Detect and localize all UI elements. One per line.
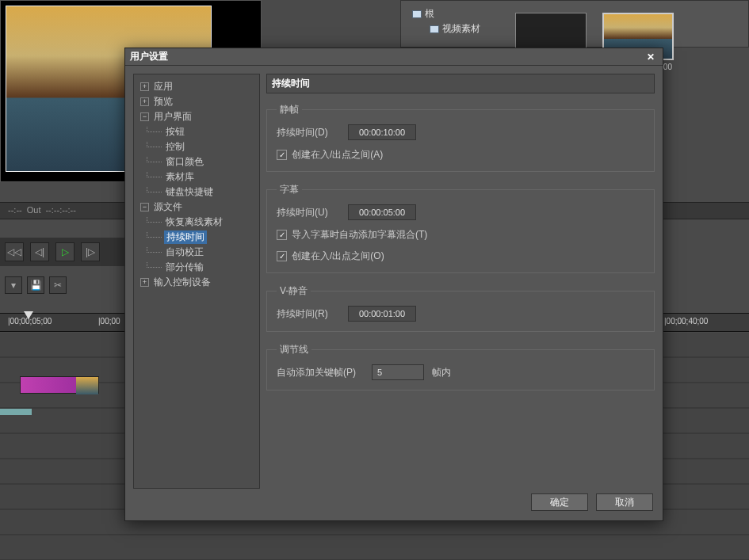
checkbox-icon: ✓ xyxy=(277,251,287,261)
tree-item-restore-offline[interactable]: 恢复离线素材 xyxy=(137,215,256,230)
group-curve-legend: 调节线 xyxy=(277,343,311,356)
expand-icon[interactable]: + xyxy=(140,97,149,106)
tree-item-bin[interactable]: 素材库 xyxy=(137,170,256,185)
dialog-titlebar[interactable]: 用户设置 ✕ xyxy=(125,48,663,66)
curve-autokey-label: 自动添加关键帧(P) xyxy=(277,366,372,379)
bin-root-label: 根 xyxy=(425,8,434,19)
tree-item-ui[interactable]: −用户界面 xyxy=(137,109,256,124)
content-header: 持续时间 xyxy=(266,74,655,93)
group-curve: 调节线 自动添加关键帧(P) 帧内 xyxy=(266,343,655,390)
still-inout-checkbox[interactable]: ✓ 创建在入/出点之间(A) xyxy=(277,148,383,162)
video-clip[interactable] xyxy=(20,376,99,394)
checkbox-icon: ✓ xyxy=(277,150,287,160)
tree-item-preview[interactable]: +预览 xyxy=(137,94,256,109)
still-duration-label: 持续时间(D) xyxy=(277,126,348,139)
ruler-tick: |00;00;40;00 xyxy=(664,317,708,326)
tree-item-duration[interactable]: 持续时间 xyxy=(137,230,256,245)
tree-item-shortcuts[interactable]: 键盘快捷键 xyxy=(137,185,256,200)
group-subtitle-legend: 字幕 xyxy=(277,183,302,196)
dialog-title: 用户设置 xyxy=(130,50,168,63)
group-vmute: V-静音 持续时间(R) xyxy=(266,284,655,332)
rewind-button[interactable]: ◁◁ xyxy=(5,242,24,261)
subtitle-inout-checkbox[interactable]: ✓ 创建在入/出点之间(O) xyxy=(277,250,384,263)
dialog-footer: 确定 取消 xyxy=(125,493,663,520)
clip-thumb xyxy=(76,377,98,394)
cut-button[interactable]: ✂ xyxy=(49,276,67,294)
expand-icon[interactable]: + xyxy=(140,82,149,91)
toolbar: ▾ 💾 ✂ xyxy=(0,273,135,297)
folder-icon xyxy=(412,10,422,18)
vmute-duration-label: 持续时间(R) xyxy=(277,307,348,321)
curve-autokey-input[interactable] xyxy=(372,364,424,380)
folder-icon xyxy=(430,25,439,33)
settings-tree[interactable]: +应用 +预览 −用户界面 按钮 控制 窗口颜色 素材库 键盘快捷键 −源文件 … xyxy=(133,74,260,489)
collapse-icon[interactable]: − xyxy=(140,112,149,121)
close-icon[interactable]: ✕ xyxy=(644,51,658,63)
tree-item-button[interactable]: 按钮 xyxy=(137,124,256,139)
checkbox-icon: ✓ xyxy=(277,230,287,240)
out-tc: --:--:--:-- xyxy=(45,205,75,215)
vmute-duration-input[interactable] xyxy=(348,306,416,322)
still-duration-input[interactable] xyxy=(348,124,416,140)
group-still: 静帧 持续时间(D) ✓ 创建在入/出点之间(A) xyxy=(266,103,655,172)
group-subtitle: 字幕 持续时间(U) ✓ 导入字幕时自动添加字幕混合(T) ✓ 创建在入/出点之… xyxy=(266,183,655,273)
tree-item-app[interactable]: +应用 xyxy=(137,79,256,94)
step-back-button[interactable]: ◁| xyxy=(30,242,49,261)
subtitle-automix-checkbox[interactable]: ✓ 导入字幕时自动添加字幕混合(T) xyxy=(277,228,427,242)
bin-child-label: 视频素材 xyxy=(442,23,480,34)
user-settings-dialog: 用户设置 ✕ +应用 +预览 −用户界面 按钮 控制 窗口颜色 素材库 键盘快捷… xyxy=(124,48,663,521)
subtitle-duration-label: 持续时间(U) xyxy=(277,206,348,219)
transport-controls: ◁◁ ◁| ▷ |▷ xyxy=(0,238,135,266)
tree-item-input-devices[interactable]: +输入控制设备 xyxy=(137,275,256,290)
export-button[interactable]: ▾ xyxy=(5,276,22,294)
group-vmute-legend: V-静音 xyxy=(277,284,311,298)
audio-clip[interactable] xyxy=(0,409,32,415)
group-still-legend: 静帧 xyxy=(277,103,302,116)
play-button[interactable]: ▷ xyxy=(55,242,75,261)
still-inout-label: 创建在入/出点之间(A) xyxy=(292,148,383,162)
step-fwd-button[interactable]: |▷ xyxy=(81,242,100,261)
save-button[interactable]: 💾 xyxy=(27,276,44,294)
tree-item-source[interactable]: −源文件 xyxy=(137,200,256,215)
tree-item-windowcolor[interactable]: 窗口颜色 xyxy=(137,154,256,170)
curve-autokey-suffix: 帧内 xyxy=(432,366,451,379)
tree-item-partial-transfer[interactable]: 部分传输 xyxy=(137,260,256,275)
tree-item-autocorrect[interactable]: 自动校正 xyxy=(137,245,256,260)
bin-tree: 根 视频素材 xyxy=(412,7,480,36)
playhead[interactable] xyxy=(24,311,33,319)
settings-content: 持续时间 静帧 持续时间(D) ✓ 创建在入/出点之间(A) 字幕 持续时间( xyxy=(266,74,655,489)
cancel-button[interactable]: 取消 xyxy=(596,493,653,511)
ruler-tick: |00;00 xyxy=(98,317,120,326)
subtitle-duration-input[interactable] xyxy=(348,204,416,220)
subtitle-inout-label: 创建在入/出点之间(O) xyxy=(292,250,384,263)
out-label: Out xyxy=(27,205,41,215)
expand-icon[interactable]: + xyxy=(140,278,149,287)
tree-item-control[interactable]: 控制 xyxy=(137,139,256,154)
ok-button[interactable]: 确定 xyxy=(531,493,588,511)
collapse-icon[interactable]: − xyxy=(140,203,149,211)
subtitle-automix-label: 导入字幕时自动添加字幕混合(T) xyxy=(292,228,427,242)
